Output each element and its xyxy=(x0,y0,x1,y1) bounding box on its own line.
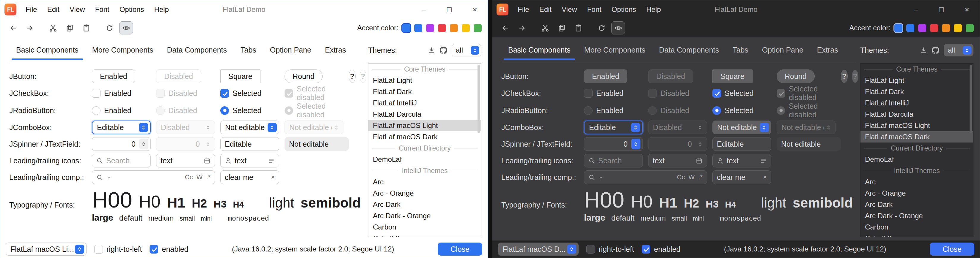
combobox-editable[interactable]: Editable xyxy=(92,120,151,134)
combobox-chevron-up-down-icon[interactable] xyxy=(567,245,576,254)
tab-basic-components[interactable]: Basic Components xyxy=(501,37,578,63)
minimize-icon[interactable]: – xyxy=(411,0,436,19)
accent-swatch-default[interactable] xyxy=(894,24,902,32)
combobox-chevron-up-down-icon[interactable] xyxy=(267,123,277,132)
themes-list[interactable]: Core Themes FlatLaf Light FlatLaf Dark F… xyxy=(368,63,481,237)
forward-icon[interactable] xyxy=(515,21,529,35)
theme-list-item[interactable]: FlatLaf IntelliJ xyxy=(861,97,973,109)
theme-list-item[interactable]: Arc Dark - Orange xyxy=(368,210,481,222)
accent-swatch-orange[interactable] xyxy=(942,24,950,32)
copy-icon[interactable] xyxy=(555,21,568,35)
chevron-down-icon[interactable] xyxy=(106,175,111,180)
menu-file[interactable]: File xyxy=(512,0,534,19)
theme-list-item[interactable]: FlatLaf Darcula xyxy=(368,109,481,120)
menu-view[interactable]: View xyxy=(557,0,582,19)
menu-help[interactable]: Help xyxy=(641,0,666,19)
menu-options[interactable]: Options xyxy=(606,0,641,19)
checkbox-selected[interactable]: Selected xyxy=(220,89,261,98)
theme-list-item[interactable]: FlatLaf macOS Dark xyxy=(861,131,973,142)
theme-list-item[interactable]: DemoLaf xyxy=(368,154,481,165)
close-button[interactable]: Close xyxy=(930,242,974,256)
menu-options[interactable]: Options xyxy=(115,0,149,19)
whole-word-toggle[interactable]: W xyxy=(689,173,695,181)
combobox-chevron-up-down-icon[interactable] xyxy=(471,46,479,55)
jbutton-enabled[interactable]: Enabled xyxy=(92,70,135,83)
combobox-not-editable[interactable]: Not editable xyxy=(713,120,771,134)
match-case-toggle[interactable]: Cc xyxy=(677,173,685,181)
help-button[interactable]: ? xyxy=(349,70,356,83)
accent-swatch-yellow[interactable] xyxy=(954,24,962,32)
jbutton-square[interactable]: Square xyxy=(713,70,752,83)
close-window-icon[interactable]: × xyxy=(954,0,980,19)
regex-toggle[interactable]: .* xyxy=(698,173,703,181)
accent-swatch-yellow[interactable] xyxy=(462,24,470,32)
close-window-icon[interactable]: × xyxy=(462,0,488,19)
menu-font[interactable]: Font xyxy=(582,0,606,19)
tab-tabs[interactable]: Tabs xyxy=(234,37,263,63)
date-field[interactable]: text xyxy=(648,154,707,168)
github-icon[interactable] xyxy=(440,47,447,54)
theme-list-item[interactable]: Arc Dark xyxy=(368,199,481,210)
theme-list-item[interactable]: Cobalt 2 xyxy=(861,233,973,237)
tab-extras[interactable]: Extras xyxy=(810,37,845,63)
user-field[interactable]: text xyxy=(713,154,771,168)
accent-swatch-orange[interactable] xyxy=(450,24,458,32)
tab-option-pane[interactable]: Option Pane xyxy=(755,37,810,63)
search-field[interactable]: Search xyxy=(584,154,643,168)
list-icon[interactable] xyxy=(268,157,275,164)
theme-list-item[interactable]: Carbon xyxy=(861,222,973,233)
menu-file[interactable]: File xyxy=(21,0,42,19)
search-with-options-field[interactable]: CcW.* xyxy=(92,170,215,184)
menu-font[interactable]: Font xyxy=(90,0,115,19)
download-icon[interactable] xyxy=(428,47,435,54)
spinner[interactable]: 0 xyxy=(92,137,151,151)
maximize-icon[interactable]: □ xyxy=(929,0,954,19)
list-icon[interactable] xyxy=(760,157,767,164)
jbutton-round[interactable]: Round xyxy=(776,70,815,83)
search-field[interactable]: Search xyxy=(92,154,151,168)
calendar-icon[interactable] xyxy=(696,157,703,164)
clear-me-field[interactable]: clear me× xyxy=(220,170,279,184)
textfield-editable[interactable]: Editable xyxy=(713,137,771,151)
accent-swatch-purple[interactable] xyxy=(426,24,434,32)
calendar-icon[interactable] xyxy=(204,157,210,164)
github-icon[interactable] xyxy=(932,47,939,54)
themes-filter-combobox[interactable]: all xyxy=(452,44,481,56)
clear-icon[interactable]: × xyxy=(271,173,275,181)
scrollbar-thumb[interactable] xyxy=(970,65,972,133)
cut-icon[interactable] xyxy=(46,21,60,35)
combobox-not-editable[interactable]: Not editable xyxy=(220,120,279,134)
menu-edit[interactable]: Edit xyxy=(42,0,65,19)
theme-list-item[interactable]: FlatLaf Dark xyxy=(368,86,481,97)
accent-swatch-red[interactable] xyxy=(438,24,446,32)
tab-data-components[interactable]: Data Components xyxy=(160,37,234,63)
theme-list-item[interactable]: FlatLaf Darcula xyxy=(861,109,973,120)
menu-edit[interactable]: Edit xyxy=(534,0,557,19)
radio-enabled[interactable]: Enabled xyxy=(584,106,624,115)
user-field[interactable]: text xyxy=(220,154,279,168)
paste-icon[interactable] xyxy=(571,21,585,35)
checkbox-enabled[interactable]: Enabled xyxy=(584,89,624,98)
tab-more-components[interactable]: More Components xyxy=(85,37,160,63)
enabled-checkbox[interactable]: enabled xyxy=(642,245,680,253)
combobox-chevron-up-down-icon[interactable] xyxy=(75,245,84,254)
theme-list-item[interactable]: FlatLaf macOS Light xyxy=(368,120,481,131)
combobox-editable[interactable]: Editable xyxy=(584,120,643,134)
tab-option-pane[interactable]: Option Pane xyxy=(263,37,318,63)
theme-list-item[interactable]: Arc - Orange xyxy=(861,188,973,199)
tab-more-components[interactable]: More Components xyxy=(578,37,652,63)
maximize-icon[interactable]: □ xyxy=(436,0,462,19)
accent-swatch-default[interactable] xyxy=(402,24,410,32)
menu-view[interactable]: View xyxy=(65,0,90,19)
right-to-left-checkbox[interactable]: right-to-left xyxy=(94,245,142,253)
tab-data-components[interactable]: Data Components xyxy=(652,37,726,63)
back-icon[interactable] xyxy=(498,21,512,35)
right-to-left-checkbox[interactable]: right-to-left xyxy=(586,245,634,253)
jbutton-square[interactable]: Square xyxy=(220,70,261,83)
tab-basic-components[interactable]: Basic Components xyxy=(9,37,85,63)
show-toolbar-eye-icon[interactable] xyxy=(119,21,133,35)
date-field[interactable]: text xyxy=(156,154,215,168)
theme-list-item[interactable]: Arc Dark xyxy=(861,199,973,210)
lookandfeel-combobox[interactable]: FlatLaf macOS Li... xyxy=(6,242,86,256)
textfield-editable[interactable]: Editable xyxy=(220,137,279,151)
